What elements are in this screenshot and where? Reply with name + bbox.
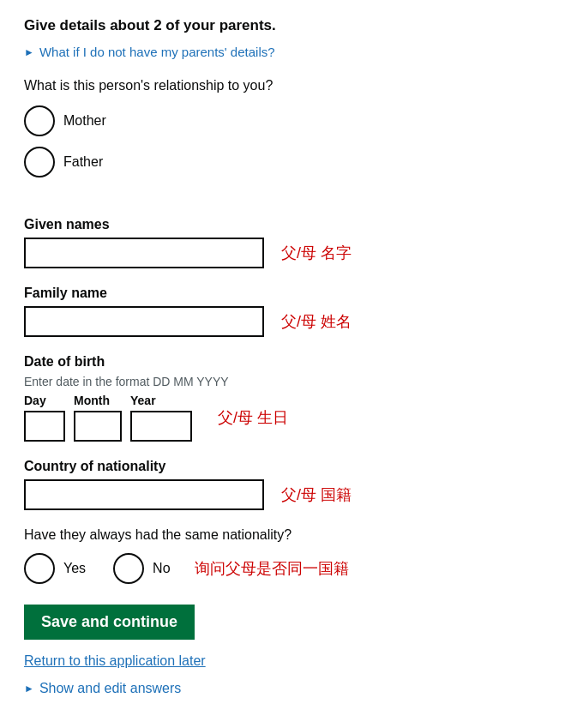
mother-label: Mother bbox=[63, 113, 106, 129]
year-field-group: Year bbox=[130, 394, 192, 442]
given-names-label: Given names bbox=[24, 217, 559, 232]
same-nationality-annotation: 询问父母是否同一国籍 bbox=[195, 558, 349, 579]
dob-hint: Enter date in the format DD MM YYYY bbox=[24, 375, 559, 388]
mother-radio[interactable] bbox=[24, 105, 55, 136]
no-radio[interactable] bbox=[113, 553, 144, 584]
return-link[interactable]: Return to this application later bbox=[24, 653, 559, 669]
family-name-input[interactable] bbox=[24, 306, 264, 337]
page-heading: Give details about 2 of your parents. bbox=[24, 17, 559, 34]
dob-annotation: 父/母 生日 bbox=[218, 407, 288, 428]
month-field-group: Month bbox=[74, 394, 122, 442]
family-name-label: Family name bbox=[24, 286, 559, 301]
yes-option[interactable]: Yes bbox=[24, 553, 86, 584]
same-nationality-question: Have they always had the same nationalit… bbox=[24, 527, 559, 543]
day-field-group: Day bbox=[24, 394, 65, 442]
no-option[interactable]: No bbox=[113, 553, 170, 584]
mother-option[interactable]: Mother bbox=[24, 105, 559, 136]
same-nationality-section: Have they always had the same nationalit… bbox=[24, 527, 559, 584]
no-label: No bbox=[153, 561, 170, 576]
family-name-annotation: 父/母 姓名 bbox=[281, 311, 352, 332]
day-input[interactable] bbox=[24, 411, 65, 442]
day-label: Day bbox=[24, 394, 65, 407]
relationship-radio-group: Mother Father bbox=[24, 105, 559, 177]
month-label: Month bbox=[74, 394, 122, 407]
family-name-field-group: Family name 父/母 姓名 bbox=[24, 286, 559, 337]
given-names-field-group: Given names 父/母 名字 bbox=[24, 217, 559, 268]
country-input[interactable] bbox=[24, 479, 264, 510]
given-names-annotation: 父/母 名字 bbox=[281, 243, 352, 263]
month-input[interactable] bbox=[74, 411, 122, 442]
father-radio[interactable] bbox=[24, 147, 55, 177]
father-label: Father bbox=[63, 154, 103, 170]
chevron-right-icon-2: ► bbox=[24, 683, 34, 695]
father-option[interactable]: Father bbox=[24, 147, 559, 177]
show-answers-link[interactable]: ► Show and edit answers bbox=[24, 681, 559, 696]
yes-label: Yes bbox=[63, 561, 86, 576]
country-field-group: Country of nationality 父/母 国籍 bbox=[24, 459, 559, 510]
date-of-birth-field-group: Date of birth Enter date in the format D… bbox=[24, 354, 559, 442]
yes-radio[interactable] bbox=[24, 553, 55, 584]
year-input[interactable] bbox=[130, 411, 192, 442]
relationship-question: What is this person's relationship to yo… bbox=[24, 78, 559, 93]
expandable-parents-details-link[interactable]: ► What if I do not have my parents' deta… bbox=[24, 45, 559, 59]
year-label: Year bbox=[130, 394, 192, 407]
same-nationality-radio-group: Yes No bbox=[24, 553, 171, 584]
dob-label: Date of birth bbox=[24, 354, 559, 370]
save-continue-button[interactable]: Save and continue bbox=[24, 605, 195, 640]
chevron-right-icon: ► bbox=[24, 46, 34, 58]
country-label: Country of nationality bbox=[24, 459, 559, 474]
given-names-input[interactable] bbox=[24, 238, 264, 268]
country-annotation: 父/母 国籍 bbox=[281, 484, 352, 505]
